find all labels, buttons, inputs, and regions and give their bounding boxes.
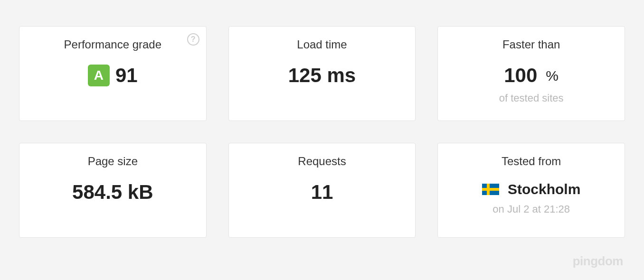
brand-logo: pingdom xyxy=(573,254,623,269)
card-title: Page size xyxy=(88,155,138,168)
metrics-grid: ? Performance grade A 91 Load time 125 m… xyxy=(19,26,625,238)
card-performance-grade: ? Performance grade A 91 xyxy=(19,26,207,121)
card-value: 11 xyxy=(311,181,333,203)
card-title: Tested from xyxy=(502,155,561,168)
location-row: Stockholm xyxy=(482,181,580,197)
card-value: 100% xyxy=(504,65,559,86)
card-tested-from: Tested from Stockholm on Jul 2 at 21:28 xyxy=(437,143,625,238)
faster-unit: % xyxy=(546,68,559,84)
card-value: 125 ms xyxy=(288,65,356,86)
card-title: Load time xyxy=(297,38,347,51)
card-value: 584.5 kB xyxy=(72,181,153,203)
card-load-time: Load time 125 ms xyxy=(228,26,416,121)
card-subtext: of tested sites xyxy=(499,92,564,104)
card-faster-than: Faster than 100% of tested sites xyxy=(437,26,625,121)
grade-badge: A xyxy=(88,65,110,86)
sweden-flag-icon xyxy=(482,184,499,195)
card-value: A 91 xyxy=(88,65,138,86)
card-title: Requests xyxy=(298,155,346,168)
card-title: Faster than xyxy=(502,38,560,51)
card-title: Performance grade xyxy=(64,38,161,51)
grade-score: 91 xyxy=(115,65,138,86)
faster-value: 100 xyxy=(504,65,537,86)
card-subtext: on Jul 2 at 21:28 xyxy=(492,203,570,215)
help-icon[interactable]: ? xyxy=(187,33,199,46)
card-page-size: Page size 584.5 kB xyxy=(19,143,207,238)
card-requests: Requests 11 xyxy=(228,143,416,238)
location-name: Stockholm xyxy=(508,181,580,197)
